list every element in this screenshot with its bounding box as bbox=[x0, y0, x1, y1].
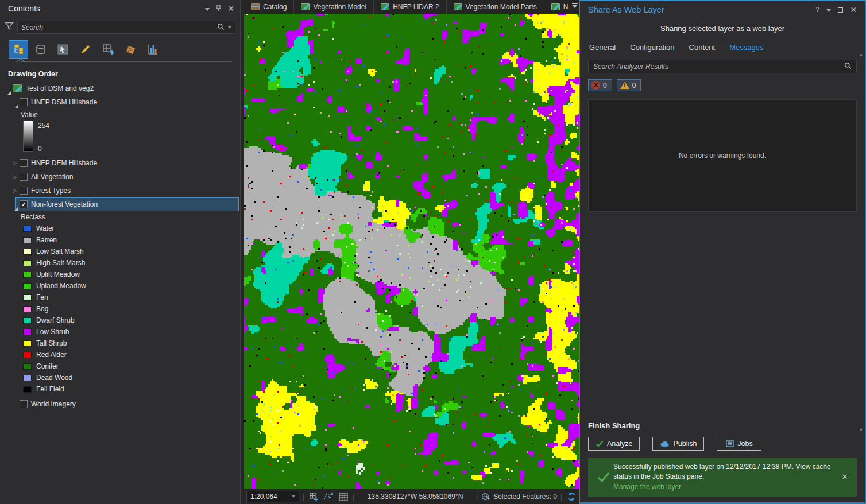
expander-open-icon[interactable] bbox=[7, 86, 11, 95]
list-by-selection-button[interactable] bbox=[54, 41, 72, 58]
view-tab[interactable]: Vegetation Model Parts bbox=[447, 0, 544, 14]
layer-checkbox[interactable] bbox=[20, 400, 28, 408]
close-icon[interactable]: ✕ bbox=[850, 6, 857, 14]
map-canvas[interactable] bbox=[244, 14, 579, 489]
view-tab-label: Vegetation Model Parts bbox=[466, 3, 537, 11]
tree-item-layer[interactable]: World Imagery bbox=[0, 397, 240, 411]
pane-scroll-down-icon[interactable]: ▼ bbox=[859, 427, 864, 433]
expander-open-icon[interactable] bbox=[14, 201, 18, 211]
list-by-data-source-button[interactable] bbox=[32, 41, 50, 58]
tree-item-layer[interactable]: HNFP DSM Hillshade bbox=[0, 95, 240, 109]
view-tab[interactable]: HNFP LiDAR 2 bbox=[374, 0, 446, 14]
legend-item: Red Alder bbox=[0, 349, 240, 360]
pane-menu-chevron-icon[interactable] bbox=[205, 5, 210, 12]
search-icon[interactable] bbox=[217, 22, 225, 33]
errors-filter-toggle[interactable]: ✕ 0 bbox=[588, 79, 612, 91]
contents-search-input[interactable]: Search bbox=[17, 21, 235, 34]
view-tab[interactable]: N bbox=[544, 0, 576, 14]
legend-swatch bbox=[23, 249, 32, 255]
pane-menu-chevron-icon[interactable] bbox=[826, 6, 831, 14]
view-tab-label: Vegetation Model bbox=[313, 3, 366, 11]
layer-checkbox[interactable] bbox=[20, 98, 28, 106]
legend-swatch bbox=[23, 329, 32, 335]
attribute-table-icon[interactable] bbox=[338, 491, 349, 502]
map-status-bar: 1:20,064 | | 135.3308127°W 58.0581069°N … bbox=[244, 489, 579, 504]
share-pane-tab[interactable]: Content bbox=[682, 43, 722, 52]
tree-item-label: All Vegetation bbox=[31, 173, 73, 181]
view-tab[interactable]: Vegetation Model bbox=[294, 0, 374, 14]
tree-item-layer[interactable]: ▷ Forest Types bbox=[0, 184, 240, 197]
contents-search-placeholder: Search bbox=[21, 24, 217, 32]
jobs-list-icon bbox=[726, 440, 734, 447]
tree-item-layer-selected[interactable]: ✓ Non-forest Vegetation bbox=[0, 197, 240, 211]
warning-count: 0 bbox=[632, 82, 636, 90]
view-tab-icon bbox=[551, 3, 560, 10]
list-by-snapping-button[interactable] bbox=[99, 41, 117, 58]
tree-item-layer[interactable]: ▷ All Vegetation bbox=[0, 170, 240, 184]
view-tab[interactable]: Catalog bbox=[244, 0, 294, 14]
legend-item: Tall Shrub bbox=[0, 338, 240, 349]
share-pane-tab[interactable]: Messages bbox=[722, 43, 770, 52]
arcgis-pro-window: Contents ✕ Search bbox=[0, 0, 866, 504]
tree-item-label: World Imagery bbox=[31, 400, 76, 408]
legend-item: Bog bbox=[0, 303, 240, 315]
tree-item-map[interactable]: Test of DSM and veg2 bbox=[0, 82, 240, 95]
layer-checkbox[interactable] bbox=[20, 159, 28, 167]
analyzer-search-input[interactable]: Search Analyzer Results bbox=[588, 60, 857, 73]
layer-checkbox[interactable] bbox=[20, 173, 28, 181]
manage-web-layer-link[interactable]: Manage the web layer bbox=[613, 483, 681, 491]
list-charts-button[interactable] bbox=[144, 41, 162, 58]
legend-item: Dwarf Shrub bbox=[0, 315, 240, 326]
search-options-chevron-icon[interactable] bbox=[228, 26, 231, 29]
dsm-color-ramp: 254 0 bbox=[0, 121, 240, 154]
legend-swatch bbox=[23, 237, 32, 243]
analyze-button[interactable]: Analyze bbox=[588, 437, 640, 451]
warnings-filter-toggle[interactable]: 0 bbox=[617, 79, 641, 91]
share-pane-tabs: GeneralConfigurationContentMessages bbox=[588, 43, 857, 52]
legend-label: High Salt Marsh bbox=[36, 259, 85, 267]
view-tab-icon bbox=[381, 3, 389, 10]
banner-close-icon[interactable]: ✕ bbox=[838, 472, 851, 481]
map-scale-combo[interactable]: 1:20,064 bbox=[246, 491, 299, 502]
dsm-legend-heading: Value bbox=[0, 109, 240, 121]
share-pane-title: Share As Web Layer bbox=[588, 5, 664, 14]
pin-icon[interactable] bbox=[215, 5, 222, 13]
expander-closed-icon[interactable]: ▷ bbox=[11, 174, 18, 180]
hidden-tabs-chevron-icon[interactable] bbox=[572, 3, 578, 8]
contents-toolbar bbox=[0, 37, 240, 60]
expander-closed-icon[interactable]: ▷ bbox=[11, 188, 18, 193]
legend-item: Fell Field bbox=[0, 383, 240, 395]
layer-checkbox[interactable] bbox=[20, 187, 28, 195]
tree-item-layer[interactable]: ▷ HNFP DEM Hillshade bbox=[0, 156, 240, 170]
cloud-icon bbox=[660, 440, 670, 447]
layer-checkbox-checked[interactable]: ✓ bbox=[20, 200, 28, 208]
error-count: 0 bbox=[603, 82, 607, 90]
search-icon[interactable] bbox=[844, 61, 852, 72]
close-icon[interactable]: ✕ bbox=[227, 5, 234, 13]
no-errors-message: No errors or warnings found. bbox=[679, 152, 766, 160]
legend-label: Bog bbox=[36, 305, 48, 313]
view-tab-icon bbox=[301, 3, 310, 10]
legend-label: Fen bbox=[36, 293, 48, 301]
finish-sharing-heading: Finish Sharing bbox=[588, 421, 857, 430]
list-by-editing-button[interactable] bbox=[76, 41, 95, 58]
jobs-button[interactable]: Jobs bbox=[717, 437, 761, 451]
share-pane-tab[interactable]: Configuration bbox=[623, 43, 681, 52]
list-by-labeling-button[interactable] bbox=[121, 41, 140, 58]
create-features-icon[interactable] bbox=[308, 491, 319, 502]
expander-closed-icon[interactable]: ▷ bbox=[11, 160, 18, 166]
expander-open-icon[interactable] bbox=[14, 99, 18, 108]
share-pane-tab[interactable]: General bbox=[588, 43, 623, 52]
publish-button[interactable]: Publish bbox=[652, 437, 704, 451]
reclass-heading: Reclass bbox=[0, 211, 240, 223]
check-icon bbox=[596, 440, 604, 447]
restore-icon[interactable] bbox=[838, 7, 843, 13]
help-icon[interactable]: ? bbox=[816, 6, 820, 14]
filter-icon[interactable] bbox=[5, 22, 14, 33]
selected-features-indicator[interactable]: Selected Features: 0 bbox=[481, 493, 557, 501]
legend-item: Fen bbox=[0, 292, 240, 303]
select-tool-icon[interactable] bbox=[323, 491, 334, 502]
refresh-icon[interactable] bbox=[566, 491, 577, 502]
pane-scroll-up-icon[interactable]: ▲ bbox=[859, 52, 864, 57]
list-by-drawing-order-button[interactable] bbox=[9, 41, 28, 58]
